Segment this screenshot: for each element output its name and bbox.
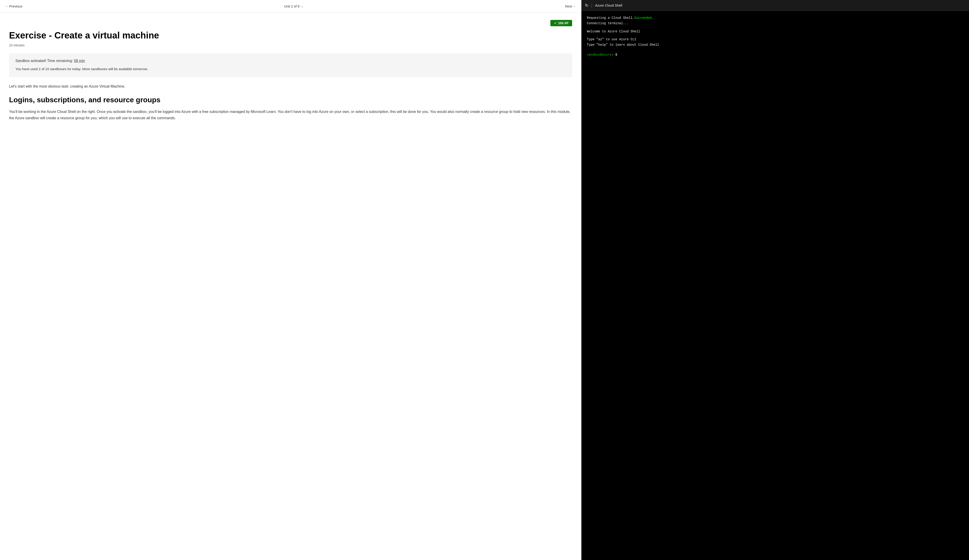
xp-badge-container: ✓ 100 XP [9,20,572,26]
terminal-line-4: Type "az" to use Azure CLI [587,37,964,42]
terminal-empty-1 [587,26,964,29]
intro-text: Let's start with the most obvious task: … [9,83,572,90]
sandbox-box: Sandbox activated! Time remaining: 58 mi… [9,53,572,77]
terminal-empty-2 [587,34,964,37]
xp-badge-label: 100 XP [558,21,568,25]
prompt-user: sandbox [587,53,600,56]
nav-bar: ‹ Previous Unit 2 of 9 ⌄ Next › [0,0,581,13]
unit-dropdown-chevron-icon: ⌄ [301,5,303,8]
terminal-succeeded-text: Succeeded. [634,16,653,20]
left-panel: ‹ Previous Unit 2 of 9 ⌄ Next › ✓ 100 XP… [0,0,581,560]
prompt-text: sandbox@Azure:~$ [587,52,617,58]
previous-chevron-icon: ‹ [6,5,7,8]
page-title: Exercise - Create a virtual machine [9,30,572,41]
sandbox-time-row: Sandbox activated! Time remaining: 58 mi… [15,59,566,63]
section-heading: Logins, subscriptions, and resource grou… [9,95,572,104]
terminal-header: ↻ | Azure Cloud Shell [581,0,969,11]
prompt-colon: : [611,53,613,56]
terminal-divider-icon: | [591,3,592,8]
right-panel: ↻ | Azure Cloud Shell Requesting a Cloud… [581,0,969,560]
next-button[interactable]: Next › [565,3,575,9]
italic-phrase: resource group [484,110,508,114]
prompt-at: @ [600,53,602,56]
terminal-body[interactable]: Requesting a Cloud Shell.Succeeded. Conn… [581,11,969,560]
terminal-line-2: Connecting terminal... [587,21,964,26]
previous-button[interactable]: ‹ Previous [6,3,22,9]
terminal-title: Azure Cloud Shell [595,3,622,7]
prompt-dollar: $ [615,53,617,56]
prompt-path: ~ [614,53,615,56]
terminal-prompt: sandbox@Azure:~$ [587,52,964,58]
xp-badge: ✓ 100 XP [550,20,572,26]
next-label: Next [565,4,572,8]
body-paragraph: You'll be working in the Azure Cloud She… [9,109,572,121]
terminal-line-3: Welcome to Azure Cloud Shell [587,29,964,34]
xp-checkmark-icon: ✓ [554,21,557,25]
unit-indicator[interactable]: Unit 2 of 9 ⌄ [284,4,303,8]
sandbox-info: You have used 2 of 10 sandboxes for toda… [15,66,566,72]
prompt-host: Azure [602,53,611,56]
content-area[interactable]: ✓ 100 XP Exercise - Create a virtual mac… [0,13,581,560]
terminal-empty-3 [587,48,964,50]
previous-label: Previous [9,4,22,8]
terminal-refresh-icon[interactable]: ↻ [585,3,588,8]
terminal-line-1: Requesting a Cloud Shell.Succeeded. [587,15,964,21]
next-chevron-icon: › [574,5,575,8]
unit-indicator-text: Unit 2 of 9 [284,4,300,8]
sandbox-time-value: 58 min [74,59,85,63]
sandbox-time-label: Sandbox activated! Time remaining: [15,59,73,63]
terminal-line-5: Type "help" to learn about Cloud Shell [587,42,964,48]
time-indicator: 10 minutes [9,43,572,47]
